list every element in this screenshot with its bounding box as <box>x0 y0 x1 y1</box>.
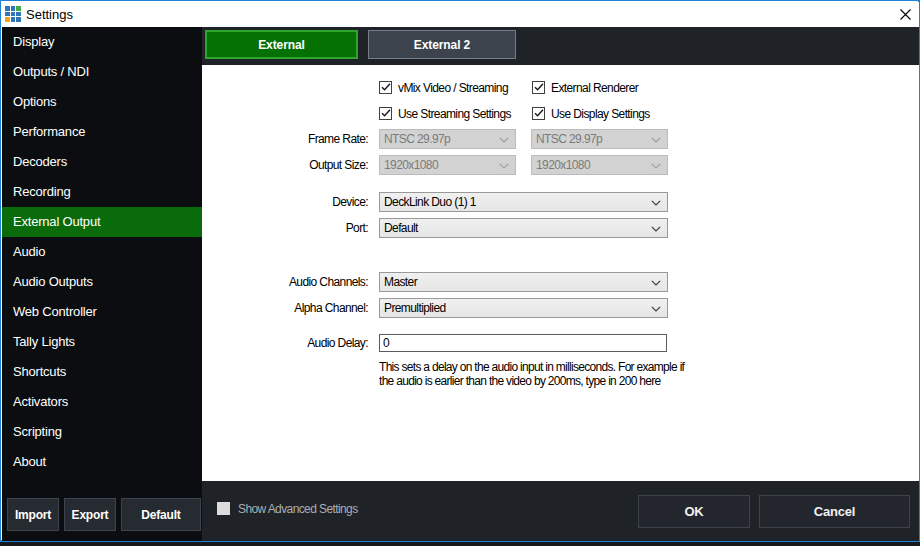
check-icon <box>534 83 544 92</box>
external-renderer-checkbox[interactable] <box>532 81 545 94</box>
default-button[interactable]: Default <box>121 498 201 531</box>
device-dropdown[interactable]: DeckLink Duo (1) 1 <box>379 192 668 212</box>
port-dropdown[interactable]: Default <box>379 218 668 238</box>
chevron-down-icon <box>651 137 661 143</box>
output-size-dropdown-1-value: 1920x1080 <box>384 158 438 172</box>
audio-channels-dropdown[interactable]: Master <box>379 272 668 292</box>
output-size-label: Output Size: <box>202 155 368 175</box>
external-output-panel: vMix Video / Streaming External Renderer… <box>202 65 919 481</box>
ok-button[interactable]: OK <box>638 495 750 528</box>
chevron-down-icon <box>499 137 509 143</box>
tab-external-2[interactable]: External 2 <box>368 30 516 59</box>
frame-rate-dropdown-2-value: NTSC 29.97p <box>536 132 602 146</box>
device-label: Device: <box>202 192 368 212</box>
chevron-down-icon <box>651 163 661 169</box>
sidebar-item-audio-outputs[interactable]: Audio Outputs <box>2 267 202 297</box>
vmix-video-streaming-checkbox[interactable] <box>379 81 392 94</box>
chevron-down-icon <box>651 306 661 312</box>
chevron-down-icon <box>651 280 661 286</box>
sidebar-item-options[interactable]: Options <box>2 87 202 117</box>
import-button[interactable]: Import <box>7 498 59 531</box>
sidebar-item-external-output[interactable]: External Output <box>2 207 202 237</box>
audio-channels-dropdown-value: Master <box>384 275 417 289</box>
audio-channels-label: Audio Channels: <box>202 272 368 292</box>
output-size-dropdown-2-value: 1920x1080 <box>536 158 590 172</box>
port-label: Port: <box>202 218 368 238</box>
frame-rate-dropdown-1-value: NTSC 29.97p <box>384 132 450 146</box>
export-button[interactable]: Export <box>64 498 116 531</box>
use-streaming-settings-label: Use Streaming Settings <box>398 107 511 120</box>
sidebar-item-decoders[interactable]: Decoders <box>2 147 202 177</box>
sidebar-item-scripting[interactable]: Scripting <box>2 417 202 447</box>
device-dropdown-value: DeckLink Duo (1) 1 <box>384 195 476 209</box>
alpha-channel-label: Alpha Channel: <box>202 298 368 318</box>
audio-delay-help-text: This sets a delay on the audio input in … <box>379 361 684 388</box>
settings-window: Settings Display Outputs / NDI Options P… <box>0 0 920 542</box>
tab-strip: External External 2 <box>202 27 919 65</box>
show-advanced-settings-label: Show Advanced Settings <box>238 502 358 515</box>
show-advanced-settings-checkbox[interactable] <box>217 502 230 515</box>
external-renderer-label: External Renderer <box>551 81 638 94</box>
frame-rate-dropdown-1[interactable]: NTSC 29.97p <box>379 129 516 149</box>
use-streaming-settings-checkbox[interactable] <box>379 107 392 120</box>
footer-bar: Show Advanced Settings OK Cancel <box>202 481 919 541</box>
sidebar-item-display[interactable]: Display <box>2 27 202 57</box>
sidebar-item-tally-lights[interactable]: Tally Lights <box>2 327 202 357</box>
title-bar: Settings <box>2 2 919 27</box>
audio-delay-input[interactable] <box>379 334 667 352</box>
cancel-button[interactable]: Cancel <box>759 495 910 528</box>
sidebar-item-web-controller[interactable]: Web Controller <box>2 297 202 327</box>
chevron-down-icon <box>651 200 661 206</box>
check-icon <box>381 109 391 118</box>
alpha-channel-dropdown[interactable]: Premultiplied <box>379 298 668 318</box>
sidebar-item-recording[interactable]: Recording <box>2 177 202 207</box>
close-button[interactable] <box>883 2 920 27</box>
output-size-dropdown-1[interactable]: 1920x1080 <box>379 155 516 175</box>
check-icon <box>381 83 391 92</box>
alpha-channel-dropdown-value: Premultiplied <box>384 301 446 315</box>
audio-delay-label: Audio Delay: <box>202 334 368 352</box>
close-icon <box>900 9 911 20</box>
port-dropdown-value: Default <box>384 221 418 235</box>
use-display-settings-checkbox[interactable] <box>532 107 545 120</box>
sidebar-item-audio[interactable]: Audio <box>2 237 202 267</box>
check-icon <box>534 109 544 118</box>
vmix-logo-icon <box>5 6 21 22</box>
output-size-dropdown-2[interactable]: 1920x1080 <box>531 155 668 175</box>
frame-rate-label: Frame Rate: <box>202 129 368 149</box>
settings-sidebar: Display Outputs / NDI Options Performanc… <box>2 27 202 541</box>
tab-external[interactable]: External <box>205 30 358 59</box>
sidebar-item-activators[interactable]: Activators <box>2 387 202 417</box>
sidebar-item-shortcuts[interactable]: Shortcuts <box>2 357 202 387</box>
chevron-down-icon <box>499 163 509 169</box>
sidebar-item-outputs-ndi[interactable]: Outputs / NDI <box>2 57 202 87</box>
window-title: Settings <box>26 2 73 27</box>
sidebar-item-about[interactable]: About <box>2 447 202 477</box>
use-display-settings-label: Use Display Settings <box>551 107 650 120</box>
chevron-down-icon <box>651 226 661 232</box>
frame-rate-dropdown-2[interactable]: NTSC 29.97p <box>531 129 668 149</box>
sidebar-item-performance[interactable]: Performance <box>2 117 202 147</box>
vmix-video-streaming-label: vMix Video / Streaming <box>398 81 508 94</box>
